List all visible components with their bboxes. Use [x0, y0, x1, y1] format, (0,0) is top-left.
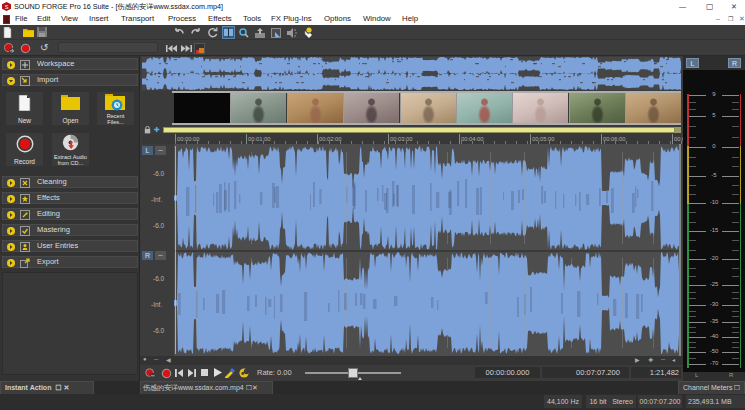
- svg-text:S: S: [5, 4, 9, 10]
